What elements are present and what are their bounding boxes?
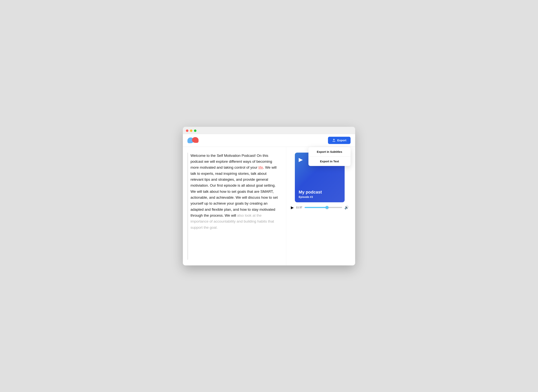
- export-text-item[interactable]: Export in Text: [309, 157, 351, 166]
- transcript-text-middle: . We will talk to experts, read inspirin…: [190, 165, 278, 217]
- progress-fill: [305, 207, 327, 208]
- upload-icon: [332, 139, 336, 142]
- progress-bar[interactable]: [305, 207, 342, 208]
- progress-knob[interactable]: [325, 206, 329, 209]
- highlight-word-life: life: [258, 165, 263, 169]
- export-subtitles-item[interactable]: Export in Subtitles: [309, 147, 351, 156]
- app-window: Export Export in Subtitles Export in Tex…: [183, 127, 355, 266]
- time-display: 11:37: [296, 206, 302, 209]
- header: Export Export in Subtitles Export in Tex…: [183, 134, 355, 147]
- maximize-button[interactable]: [194, 130, 196, 132]
- minimize-button[interactable]: [190, 130, 192, 132]
- audio-player: ▶ 11:37 🔊: [290, 205, 349, 210]
- logo-bubble-red: [192, 137, 199, 143]
- logo: [187, 137, 199, 143]
- titlebar: [183, 127, 355, 134]
- podcast-title: My podcast: [299, 190, 341, 195]
- podcast-info: My podcast Episode #3: [299, 190, 341, 198]
- close-button[interactable]: [186, 130, 188, 132]
- transcript-text: Welcome to the Self Motivation Podcast! …: [190, 153, 280, 230]
- export-button-label: Export: [337, 139, 346, 142]
- play-button[interactable]: ▶: [291, 205, 294, 209]
- podcast-episode: Episode #3: [299, 196, 341, 198]
- export-dropdown: Export in Subtitles Export in Text: [309, 147, 351, 166]
- sidebar-line: [187, 153, 188, 260]
- export-button[interactable]: Export: [328, 137, 351, 144]
- transcript-panel: Welcome to the Self Motivation Podcast! …: [183, 147, 286, 266]
- volume-icon[interactable]: 🔊: [344, 205, 349, 210]
